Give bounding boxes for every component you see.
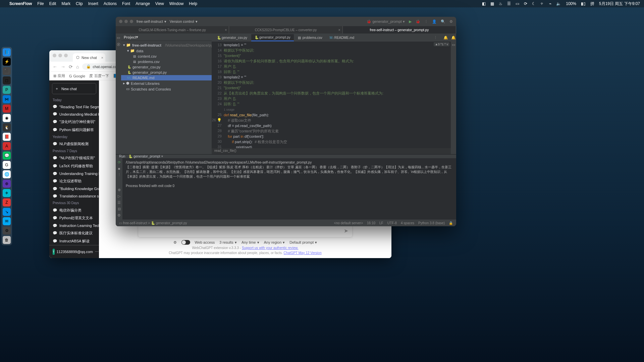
code-editor[interactable]: ▲3 ^1 ^ v 1314151617181920212223242526 💡… [212, 42, 451, 148]
window-controls[interactable] [53, 54, 68, 57]
dock-app-icon[interactable]: ✉ [3, 217, 11, 225]
status-icon[interactable]: ⟳ [524, 1, 527, 6]
chat-history-item[interactable]: 💬 "溴化钙治疗神经衰弱" [49, 118, 99, 126]
bookmark-item[interactable]: 度 百度一下 [89, 73, 109, 78]
chat-history-item[interactable]: 💬 Understanding Medical Know [49, 111, 99, 118]
dock-app-icon[interactable]: 📕 [3, 133, 11, 141]
dock-app-icon[interactable]: A [3, 142, 11, 150]
send-icon[interactable]: ➤ [344, 228, 348, 234]
dock-app-icon[interactable]: ◻ [3, 76, 11, 84]
menu-help[interactable]: Help [189, 1, 197, 6]
menu-edit[interactable]: Edit [49, 1, 56, 6]
time-select[interactable]: Any time ▾ [241, 240, 259, 245]
run-tab[interactable]: 🐍 generator_prompt × [128, 155, 163, 158]
window-controls[interactable] [119, 20, 133, 23]
notifications-tool-icon[interactable]: 🔔 [451, 36, 456, 40]
dock-app-icon[interactable]: ⚙ [3, 227, 11, 235]
vcs-dropdown[interactable]: Version control ▾ [170, 19, 198, 24]
tree-file[interactable]: M↓ README.md [121, 75, 212, 80]
user-account[interactable]: T 1123568899@qq.com ⋯ [49, 245, 99, 258]
results-select[interactable]: 3 results ▾ [219, 240, 237, 245]
apps-icon[interactable]: ⊞ 应用 [53, 73, 65, 78]
status-position[interactable]: 16:10 [367, 221, 375, 225]
dock-app-icon[interactable]: ⬛ [3, 67, 11, 75]
support-link[interactable]: Support us with your authentic review. [242, 246, 298, 250]
inspection-widget[interactable]: ▲3 ^1 ^ v [434, 42, 449, 46]
gear-icon[interactable]: ⚙ [449, 19, 453, 24]
tree-file[interactable]: 🐍 generator_prompt.py [121, 70, 212, 75]
home-icon[interactable]: ⌂ [76, 64, 79, 69]
status-server[interactable]: <no default server> [334, 221, 363, 225]
prompt-select[interactable]: Default prompt ▾ [289, 240, 317, 245]
status-lock-icon[interactable]: 🔒 [449, 221, 453, 225]
dock-app-icon[interactable]: ⋈ [3, 95, 11, 103]
window-tab[interactable]: ChatGLM-Efficient-Tuning-main – finetune… [116, 26, 229, 34]
menu-font[interactable]: Font [122, 1, 130, 6]
status-icon[interactable]: ▭ [516, 1, 519, 6]
chat-history-item[interactable]: 💬 Translation assistance servic [49, 192, 99, 200]
editor-tab[interactable]: ▤problems.csv [294, 35, 326, 41]
back-icon[interactable]: ← [53, 64, 57, 69]
status-icon[interactable]: ▦ [490, 1, 494, 6]
dock-app-icon[interactable]: 🌐 [3, 170, 11, 178]
close-icon[interactable]: × [338, 28, 340, 32]
chat-history-item[interactable]: 💬 Instruction Learning Techniqu [49, 222, 99, 229]
tree-folder[interactable]: ▾ 📁 data [121, 48, 212, 54]
dock-app-icon[interactable]: ↘ [3, 208, 11, 216]
chat-history-item[interactable]: 💬 "Building Knowledge Graph" [49, 185, 99, 192]
status-indent[interactable]: 4 spaces [401, 221, 414, 225]
database-tool-icon[interactable]: ▭ [452, 43, 455, 47]
chat-history-item[interactable]: 💬 NLP虚假新闻检测 [49, 140, 99, 148]
tree-file[interactable]: 🐍 generator_csv.py [121, 64, 212, 70]
more-icon[interactable]: ⋮ [424, 19, 428, 24]
dock-app-icon[interactable]: ◉ [3, 114, 11, 122]
close-tab-icon[interactable]: × [101, 56, 103, 60]
status-interpreter[interactable]: Python 3.8 (base) [418, 221, 445, 225]
dock-app-icon[interactable]: P [3, 86, 11, 94]
chat-history-item[interactable]: 💬 论文综述帮助 [49, 177, 99, 185]
bluetooth-icon[interactable]: ⌁ [549, 1, 551, 6]
moon-icon[interactable]: ☾ [532, 1, 536, 6]
stop-icon[interactable]: ■ [118, 167, 120, 171]
version-link[interactable]: ChatGPT May 12 Version [284, 251, 322, 255]
chat-history-item[interactable]: 💬 电信诈骗分类 [49, 206, 99, 214]
wifi-icon[interactable]: ᯤ [540, 1, 544, 6]
reload-icon[interactable]: ⟳ [69, 64, 73, 69]
chat-history-item[interactable]: 💬 Python处理英文文本 [49, 214, 99, 222]
project-tool-icon[interactable]: ▭ [117, 36, 120, 40]
editor-tab[interactable]: M↓README.md [326, 35, 358, 41]
app-name[interactable]: ScreenFlow [9, 1, 32, 6]
status-icon[interactable]: ♨ [499, 1, 502, 6]
code-content[interactable]: template1 = ''' 根据以下中医知识: "{content}" 请你… [224, 42, 451, 148]
account-icon[interactable]: 👤 [432, 19, 437, 24]
menu-insert[interactable]: Insert [88, 1, 98, 6]
forward-icon[interactable]: → [61, 64, 65, 69]
dock-app-icon[interactable]: M [3, 105, 11, 113]
editor-tab[interactable]: 🐍generator_prompt.py [251, 34, 294, 41]
project-dropdown[interactable]: free-self-instruct ▾ [137, 19, 166, 24]
tool-icon[interactable]: ⚙ [117, 213, 121, 218]
dock-trash-icon[interactable]: 🗑 [3, 236, 11, 244]
tool-icon[interactable]: ▷ [118, 194, 120, 198]
tree-root[interactable]: ▾ 📁 free-self-instruct /Volumes/ssd2/wor… [121, 42, 212, 48]
volume-icon[interactable]: 🔈 [556, 1, 561, 6]
dock-app-icon[interactable]: ⚡ [3, 58, 11, 66]
chat-history-item[interactable]: 💬 "NLP在医疗领域应用" [49, 154, 99, 162]
status-path[interactable]: ▭ free-self-instruct > 🐍 generator_promp… [119, 221, 187, 225]
chat-history-item[interactable]: 💬 "Reading Text File Segments" [49, 103, 99, 111]
tool-icon[interactable]: ⊕ [118, 188, 121, 192]
menu-clip[interactable]: Clip [76, 1, 83, 6]
chat-history-item[interactable]: 💬 Python 编程问题解答 [49, 126, 99, 133]
editor-tab[interactable]: 🐍generator_csv.py [214, 35, 251, 41]
project-panel-header[interactable]: Project ▾ [121, 34, 212, 41]
dock-app-icon[interactable]: ✈ [3, 189, 11, 197]
menu-window[interactable]: Window [169, 1, 184, 6]
tab-more-icon[interactable]: ⋮ [431, 36, 440, 40]
close-icon[interactable]: × [225, 28, 227, 32]
status-line-sep[interactable]: LF [379, 221, 383, 225]
tree-file[interactable]: ▤ problems.csv [121, 59, 212, 64]
settings-icon[interactable]: ⚙ [173, 240, 177, 245]
rerun-icon[interactable]: ⟳ [118, 160, 121, 165]
dock-app-icon[interactable]: ⊕ [3, 180, 11, 188]
clock[interactable]: 5月19日 周五 下午9:07 [599, 1, 640, 7]
